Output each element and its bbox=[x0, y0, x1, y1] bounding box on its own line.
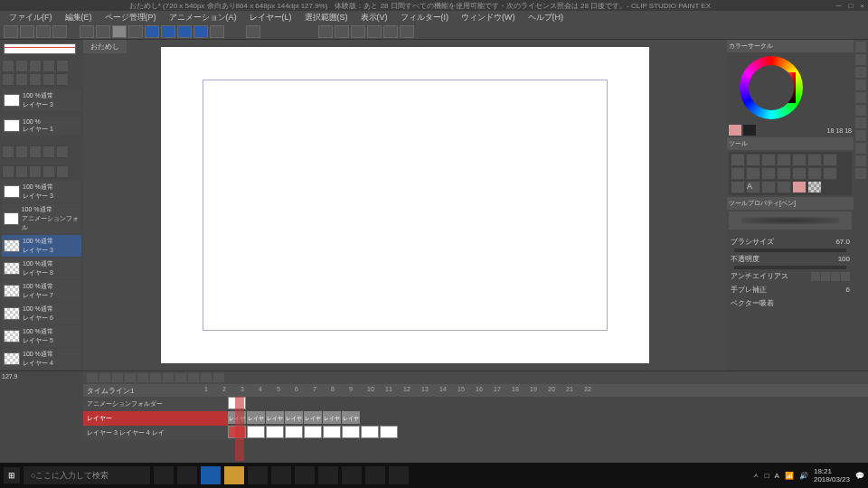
close-icon[interactable]: × bbox=[860, 2, 864, 10]
snap4-button[interactable] bbox=[193, 25, 208, 38]
tray-icon-1[interactable]: ㅅ bbox=[752, 471, 760, 481]
menu-view[interactable]: 表示(V) bbox=[355, 12, 393, 23]
tool-brush[interactable] bbox=[731, 167, 745, 180]
task-view-icon[interactable] bbox=[154, 466, 174, 484]
tool-fill[interactable] bbox=[807, 167, 822, 180]
layer-mini-2[interactable]: 100 %レイヤー 1 bbox=[2, 117, 81, 136]
layer-row[interactable]: 100 %通常レイヤー 7 bbox=[2, 280, 81, 302]
timeline-frame-cell[interactable] bbox=[266, 426, 284, 438]
minimize-icon[interactable]: ─ bbox=[836, 2, 842, 10]
tl-loop[interactable] bbox=[163, 373, 174, 382]
tool-airbrush[interactable] bbox=[746, 167, 760, 180]
tool-text[interactable]: A bbox=[746, 181, 760, 193]
tl-new[interactable] bbox=[87, 373, 98, 382]
notifications-icon[interactable]: 💬 bbox=[855, 472, 864, 480]
canvas[interactable] bbox=[161, 47, 649, 363]
assist-button[interactable] bbox=[246, 25, 260, 38]
tool-pencil[interactable] bbox=[823, 154, 837, 166]
maximize-icon[interactable]: □ bbox=[848, 2, 853, 10]
tl-opt-1[interactable] bbox=[175, 373, 186, 382]
clear-button[interactable] bbox=[128, 25, 143, 38]
menu-page[interactable]: ページ管理(P) bbox=[99, 12, 162, 23]
snap1-button[interactable] bbox=[145, 25, 159, 38]
tool-pen[interactable] bbox=[807, 154, 822, 166]
timeline-frame-cell[interactable] bbox=[323, 426, 341, 438]
tool-balloon[interactable] bbox=[761, 181, 776, 193]
timeline-ruler[interactable]: 12345678910111213141516171819202122 bbox=[204, 386, 864, 395]
color-wheel[interactable] bbox=[731, 56, 812, 119]
tool-color-preview[interactable] bbox=[792, 181, 807, 193]
timeline-cell-label[interactable]: レイヤー 7 bbox=[323, 411, 341, 424]
nav-tool-5[interactable] bbox=[56, 60, 69, 72]
layer-row[interactable]: 100 %通常レイヤー 3 bbox=[2, 181, 81, 202]
store-icon[interactable] bbox=[248, 466, 268, 484]
tool-select[interactable] bbox=[761, 154, 776, 166]
aa-opt-1[interactable] bbox=[811, 272, 820, 281]
layer-row[interactable]: 100 %通常レイヤー 6 bbox=[2, 303, 81, 324]
track-label-folder[interactable]: アニメーションフォルダー bbox=[83, 397, 228, 411]
open-button[interactable] bbox=[36, 25, 51, 38]
playhead[interactable] bbox=[235, 397, 244, 461]
timeline-cell-label[interactable]: レイヤー 3 bbox=[247, 411, 265, 424]
misc6-button[interactable] bbox=[400, 25, 414, 38]
menu-select[interactable]: 選択範囲(S) bbox=[299, 12, 354, 23]
search-box[interactable]: ○ ここに入力して検索 bbox=[24, 466, 150, 484]
layer-row[interactable]: 100 %通常アニメーションフォル bbox=[2, 203, 81, 234]
nav-tool-6[interactable] bbox=[2, 73, 14, 86]
strip-btn-2[interactable] bbox=[855, 54, 866, 65]
tray-icon-2[interactable]: □ bbox=[765, 472, 769, 480]
tl-play[interactable] bbox=[125, 373, 136, 382]
aa-opt-2[interactable] bbox=[821, 272, 830, 281]
tray-clock[interactable]: 18:21 2018/03/23 bbox=[814, 467, 850, 483]
navigator-thumbnail[interactable] bbox=[4, 43, 76, 54]
track-label-layer[interactable]: レイヤー bbox=[83, 411, 228, 426]
strip-btn-9[interactable] bbox=[855, 143, 866, 154]
menu-animation[interactable]: アニメーション(A) bbox=[164, 12, 242, 23]
snap3-button[interactable] bbox=[177, 25, 192, 38]
tl-opt-4[interactable] bbox=[213, 373, 224, 382]
strip-btn-5[interactable] bbox=[855, 92, 866, 103]
taskbar-app-1[interactable] bbox=[177, 466, 197, 484]
edge-icon[interactable] bbox=[201, 466, 221, 484]
tl-next[interactable] bbox=[137, 373, 148, 382]
menu-filter[interactable]: フィルター(I) bbox=[395, 12, 455, 23]
opacity-slider[interactable] bbox=[734, 266, 846, 269]
tool-gradient[interactable] bbox=[823, 167, 837, 180]
tool-transparent[interactable] bbox=[807, 181, 822, 193]
layer-op-5[interactable] bbox=[56, 145, 69, 158]
tl-prev[interactable] bbox=[112, 373, 123, 382]
nav-tool-4[interactable] bbox=[42, 60, 55, 72]
layer-row[interactable]: 100 %通常レイヤー 5 bbox=[2, 325, 81, 347]
nav-tool-8[interactable] bbox=[29, 73, 42, 86]
timeline-frame-cell[interactable] bbox=[304, 426, 322, 438]
taskbar-app-3[interactable] bbox=[295, 466, 315, 484]
tl-last[interactable] bbox=[150, 373, 161, 382]
tool-zoom[interactable] bbox=[731, 154, 745, 166]
brush-size-slider[interactable] bbox=[734, 249, 846, 252]
tray-wifi-icon[interactable]: 📶 bbox=[785, 472, 794, 480]
tool-blend[interactable] bbox=[792, 167, 807, 180]
strip-btn-7[interactable] bbox=[855, 117, 866, 128]
strip-btn-6[interactable] bbox=[855, 105, 866, 116]
tool-ruler[interactable] bbox=[777, 181, 791, 193]
strip-btn-4[interactable] bbox=[855, 80, 866, 90]
property-panel-tab[interactable]: ツールプロパティ[ペン] bbox=[727, 197, 854, 210]
tray-volume-icon[interactable]: 🔊 bbox=[799, 472, 808, 480]
nav-tool-3[interactable] bbox=[29, 60, 42, 72]
timeline-frame-cell[interactable] bbox=[247, 426, 265, 438]
timeline-cell-label[interactable]: レイヤー 4 bbox=[266, 411, 284, 424]
nav-tool-9[interactable] bbox=[42, 73, 55, 86]
tool-shape[interactable] bbox=[731, 181, 745, 193]
taskbar-app-4[interactable] bbox=[318, 466, 338, 484]
redo-button[interactable] bbox=[96, 25, 110, 38]
color-panel-tab[interactable]: カラーサークル bbox=[727, 40, 854, 52]
undo-button[interactable] bbox=[80, 25, 94, 38]
misc3-button[interactable] bbox=[351, 25, 365, 38]
menu-file[interactable]: ファイル(F) bbox=[4, 12, 58, 23]
timeline-name[interactable]: タイムライン1 bbox=[87, 386, 204, 396]
layer-btn-4[interactable] bbox=[42, 165, 55, 178]
layer-btn-1[interactable] bbox=[2, 165, 14, 178]
menu-help[interactable]: ヘルプ(H) bbox=[523, 12, 570, 23]
timeline-frame-cell[interactable] bbox=[361, 426, 379, 438]
timeline-cell-label[interactable]: レイヤー 6 bbox=[304, 411, 322, 424]
